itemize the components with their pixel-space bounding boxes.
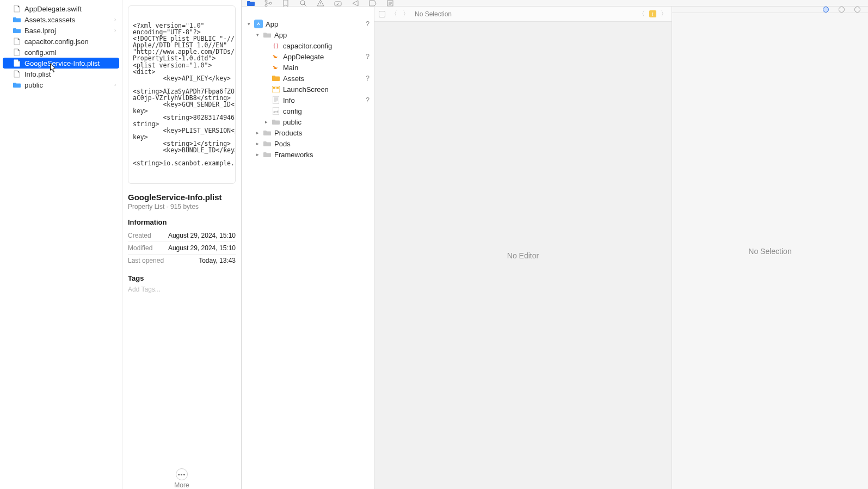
reports-icon[interactable] [386,0,394,7]
folder-icon [13,82,21,88]
nav-item-app[interactable]: ▾App? [242,18,374,29]
nav-label: Main [283,64,298,72]
finder-item-public[interactable]: public› [3,79,119,90]
file-inspector-icon[interactable] [823,7,829,13]
chevron-right-icon[interactable]: › [114,17,116,22]
debug-icon[interactable] [352,0,359,7]
inspector-placeholder: No Selection [672,13,868,489]
finder-item-base-lproj[interactable]: Base.lproj› [3,25,119,36]
spacer [263,65,269,70]
chevron-right-icon[interactable]: ▸ [255,130,260,135]
more-label: More [174,481,189,489]
find-icon[interactable] [299,0,307,7]
svg-point-1 [265,4,267,7]
finder-item-assets-xcassets[interactable]: Assets.xcassets› [3,14,119,25]
xml-icon: xml [272,107,280,115]
nav-item-launchscreen[interactable]: LaunchScreen [242,84,374,95]
information-heading: Information [128,218,236,226]
tags-heading: Tags [128,274,236,282]
chevron-right-icon[interactable]: ▸ [255,152,260,157]
chevron-down-icon[interactable]: ▾ [246,21,251,27]
warning-badge-icon[interactable]: ! [649,10,656,17]
svg-point-0 [265,0,267,2]
finder-item-config-xml[interactable]: config.xml [3,47,119,58]
breakpoints-icon[interactable] [369,0,377,7]
svg-rect-11 [276,87,279,89]
chevron-right-icon[interactable]: ▸ [255,141,260,146]
bookmark-icon[interactable] [282,0,290,7]
finder-item-googleservice-info-plist[interactable]: GoogleService-Info.plist [3,58,119,69]
nav-item-appdelegate[interactable]: AppDelegate? [242,51,374,62]
nav-item-products[interactable]: ▸Products [242,127,374,138]
forward-icon[interactable]: 〉 [403,9,409,18]
file-icon [13,38,21,45]
svg-rect-6 [256,21,261,27]
source-control-icon[interactable] [264,0,272,7]
nav-label: config [283,107,302,115]
jump-bar-text[interactable]: No Selection [415,10,452,18]
spacer [263,54,269,59]
info-row-last-opened: Last openedToday, 13:43 [128,254,236,267]
svg-rect-10 [273,87,275,89]
tab-grid-icon[interactable] [379,11,385,17]
svg-rect-8 [272,64,280,71]
nav-item-public[interactable]: ▸public [242,116,374,127]
chevron-right-icon[interactable]: ▸ [263,119,269,125]
back-icon[interactable]: 〈 [391,9,397,18]
inspector-tabs[interactable] [672,7,868,13]
spacer [263,43,269,48]
finder-item-appdelegate-swift[interactable]: AppDelegate.swift [3,3,119,14]
svg-point-3 [300,1,305,5]
scm-status-badge: ? [366,96,370,104]
scm-status-badge: ? [366,20,370,28]
spacer [263,76,269,81]
nav-item-main[interactable]: Main [242,62,374,73]
nav-label: LaunchScreen [283,85,329,94]
finder-item-info-plist[interactable]: Info.plist [3,69,119,79]
file-label: GoogleService-Info.plist [24,59,100,67]
more-icon: ••• [176,468,188,480]
finder-window: AppDelegate.swiftAssets.xcassets›Base.lp… [0,0,242,489]
editor-placeholder: No Editor [374,22,672,489]
file-label: AppDelegate.swift [24,5,82,13]
nav-item-pods[interactable]: ▸Pods [242,138,374,149]
history-inspector-icon[interactable] [839,7,845,13]
info-value: August 29, 2024, 15:10 [168,232,236,239]
nav-item-capacitor-config[interactable]: { }capacitor.config [242,40,374,51]
issues-icon[interactable] [317,0,324,7]
add-tags-field[interactable]: Add Tags... [128,286,236,293]
file-label: Assets.xcassets [24,16,75,24]
nav-item-config[interactable]: xmlconfig [242,106,374,116]
folder-icon [263,150,272,159]
nav-item-frameworks[interactable]: ▸Frameworks [242,149,374,160]
history-back-icon[interactable]: 〈 [638,9,645,18]
info-key: Last opened [128,257,164,264]
tests-icon[interactable] [334,0,342,7]
file-label: Info.plist [24,70,51,78]
file-preview-content: <?xml version="1.0" encoding="UTF-8"?> <… [133,22,231,166]
svg-rect-7 [272,53,280,60]
chevron-right-icon[interactable]: › [114,82,116,88]
inspector-panel: No Selection [672,7,868,489]
nav-item-assets[interactable]: Assets? [242,73,374,84]
folder-icon [263,128,272,137]
nav-label: Assets [283,75,304,83]
nav-item-info[interactable]: Info? [242,95,374,106]
info-row-created: CreatedAugust 29, 2024, 15:10 [128,230,236,242]
finder-item-capacitor-config-json[interactable]: capacitor.config.json [3,36,119,47]
nav-label: public [283,118,301,126]
help-inspector-icon[interactable] [854,7,860,13]
chevron-down-icon[interactable]: ▾ [255,32,260,38]
history-forward-icon[interactable]: 〉 [661,9,667,18]
folder-icon[interactable] [247,0,255,7]
chevron-right-icon[interactable]: › [114,28,116,33]
swift-icon [272,63,280,72]
folder-icon [263,30,272,39]
project-icon [254,20,263,28]
editor-area: 〈 〉 No Selection 〈 ! 〉 No Editor [374,7,672,489]
finder-file-list[interactable]: AppDelegate.swiftAssets.xcassets›Base.lp… [0,0,122,489]
more-button[interactable]: ••• More [128,463,236,489]
nav-item-app[interactable]: ▾App [242,29,374,40]
xcode-toolbar [242,0,868,7]
project-navigator[interactable]: ▾App?▾App { }capacitor.config AppDelegat… [242,7,374,489]
